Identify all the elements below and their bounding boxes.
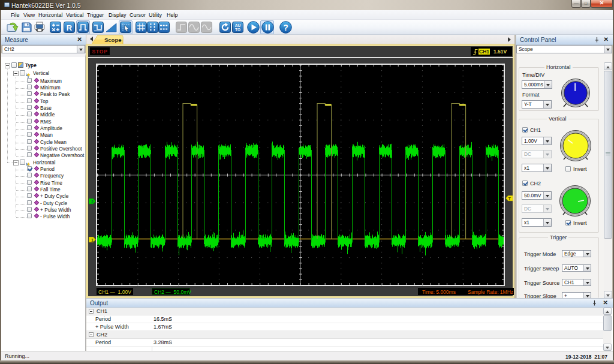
svg-text:TO: TO — [235, 28, 240, 32]
svg-text:1: 1 — [91, 237, 94, 243]
svg-text:R: R — [67, 23, 73, 32]
svg-text:Scope: Scope — [104, 37, 122, 43]
svg-text:T: T — [508, 195, 511, 201]
svg-text:2: 2 — [91, 199, 94, 204]
svg-text:AU: AU — [235, 23, 241, 28]
svg-text:?: ? — [283, 23, 288, 32]
